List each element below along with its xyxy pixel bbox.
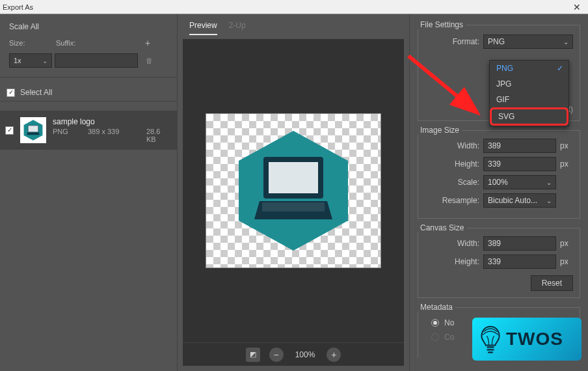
scale-header-row: Size: Suffix: +: [5, 38, 172, 48]
canvas-size-group: Canvas Size Width: 389 px Height: 339 px…: [418, 228, 580, 298]
center-panel: Preview 2-Up ◩ − 100% +: [177, 14, 410, 371]
scale-all-label: Scale All: [9, 22, 170, 31]
metadata-label: Metadata: [418, 303, 455, 312]
resample-label: Resample:: [425, 196, 479, 205]
canvas-height-label: Height:: [425, 257, 479, 266]
px-unit: px: [560, 257, 573, 266]
asset-filesize: 28.6 KB: [146, 128, 172, 143]
asset-metadata: sample logo PNG 389 x 339 28.6 KB: [53, 117, 172, 143]
radio-none-label: No: [444, 318, 454, 327]
height-input[interactable]: 339: [483, 157, 556, 171]
preview-image: [206, 113, 381, 268]
title-bar: Export As ✕: [0, 0, 588, 14]
reset-button[interactable]: Reset: [531, 275, 573, 291]
window-title: Export As: [3, 3, 33, 11]
format-dropdown[interactable]: PNG ✓ JPG GIF SVG: [489, 60, 569, 126]
watermark-banner: TWOS: [472, 318, 581, 361]
px-unit: px: [560, 239, 573, 248]
canvas-size-label: Canvas Size: [418, 223, 466, 232]
banner-text: TWOS: [506, 329, 564, 350]
chevron-down-icon: ⌄: [546, 197, 552, 204]
svg-rect-7: [262, 202, 325, 212]
canvas-height-input[interactable]: 339: [483, 254, 556, 269]
suffix-label: Suffix:: [56, 39, 140, 47]
format-option-label: GIF: [496, 95, 509, 104]
select-all-row[interactable]: Select All: [0, 87, 177, 102]
height-label: Height:: [425, 159, 479, 169]
svg-rect-12: [488, 351, 493, 353]
scale-value: 100%: [488, 178, 508, 187]
format-option-label: SVG: [498, 112, 514, 121]
asset-format: PNG: [53, 128, 75, 143]
left-panel: Scale All Size: Suffix: + 1x 🗑 Select Al…: [0, 14, 177, 371]
preview-toolbar: ◩ − 100% +: [183, 342, 404, 366]
px-unit: px: [560, 141, 573, 150]
canvas-width-label: Width:: [425, 239, 479, 248]
contrast-icon[interactable]: ◩: [246, 348, 260, 362]
size-label: Size:: [9, 39, 53, 47]
asset-name: sample logo: [53, 117, 172, 126]
tab-two-up[interactable]: 2-Up: [229, 21, 246, 35]
size-select[interactable]: 1x: [9, 53, 52, 68]
select-all-checkbox[interactable]: [7, 89, 15, 97]
scale-select[interactable]: 100% ⌄: [483, 175, 556, 189]
width-input[interactable]: 389: [483, 139, 556, 153]
radio-copyright-label: Co: [444, 333, 454, 342]
format-select[interactable]: PNG ⌄: [483, 34, 573, 49]
svg-rect-2: [27, 133, 40, 135]
format-option-jpg[interactable]: JPG: [490, 76, 568, 92]
divider: [0, 77, 177, 77]
format-option-svg[interactable]: SVG: [490, 107, 568, 126]
scale-input-row: 1x 🗑: [5, 53, 172, 68]
zoom-in-icon[interactable]: +: [327, 348, 341, 362]
select-all-label: Select All: [20, 88, 52, 97]
svg-rect-11: [487, 349, 494, 350]
resample-value: Bicubic Auto...: [488, 196, 537, 205]
scale-label: Scale:: [425, 178, 479, 187]
asset-checkbox[interactable]: [5, 126, 14, 135]
svg-rect-10: [487, 346, 494, 348]
chevron-down-icon: ⌄: [563, 38, 568, 46]
asset-thumbnail: [20, 117, 46, 143]
format-label: Format:: [425, 37, 479, 46]
trash-icon[interactable]: 🗑: [144, 57, 154, 64]
lightbulb-icon: [477, 323, 503, 355]
resample-select[interactable]: Bicubic Auto... ⌄: [483, 193, 556, 208]
radio-copyright[interactable]: [431, 333, 439, 341]
preview-canvas[interactable]: [183, 39, 404, 342]
tab-preview[interactable]: Preview: [189, 21, 217, 35]
zoom-out-icon[interactable]: −: [269, 348, 284, 362]
image-size-label: Image Size: [418, 126, 462, 135]
asset-dimensions: 389 x 339: [88, 128, 133, 143]
image-size-group: Image Size Width: 389 px Height: 339 px …: [418, 130, 580, 219]
px-unit: px: [560, 159, 573, 169]
format-option-label: PNG: [496, 64, 513, 73]
format-option-gif[interactable]: GIF: [490, 92, 568, 107]
plus-icon[interactable]: +: [143, 38, 152, 48]
preview-tabs: Preview 2-Up: [178, 21, 409, 35]
format-option-png[interactable]: PNG ✓: [490, 61, 568, 76]
file-settings-label: File Settings: [418, 20, 466, 29]
close-icon[interactable]: ✕: [568, 1, 585, 13]
asset-row[interactable]: sample logo PNG 389 x 339 28.6 KB: [0, 111, 177, 150]
chevron-down-icon: ⌄: [546, 179, 552, 186]
zoom-label[interactable]: 100%: [293, 350, 318, 359]
format-option-label: JPG: [496, 79, 511, 89]
svg-rect-5: [269, 162, 318, 193]
canvas-width-input[interactable]: 389: [483, 236, 556, 251]
format-value: PNG: [488, 37, 505, 46]
width-label: Width:: [425, 141, 479, 150]
radio-none[interactable]: [431, 319, 439, 327]
checkmark-icon: ✓: [557, 64, 563, 73]
suffix-input[interactable]: [55, 53, 138, 68]
svg-rect-1: [28, 126, 38, 132]
size-value: 1x: [14, 57, 21, 64]
